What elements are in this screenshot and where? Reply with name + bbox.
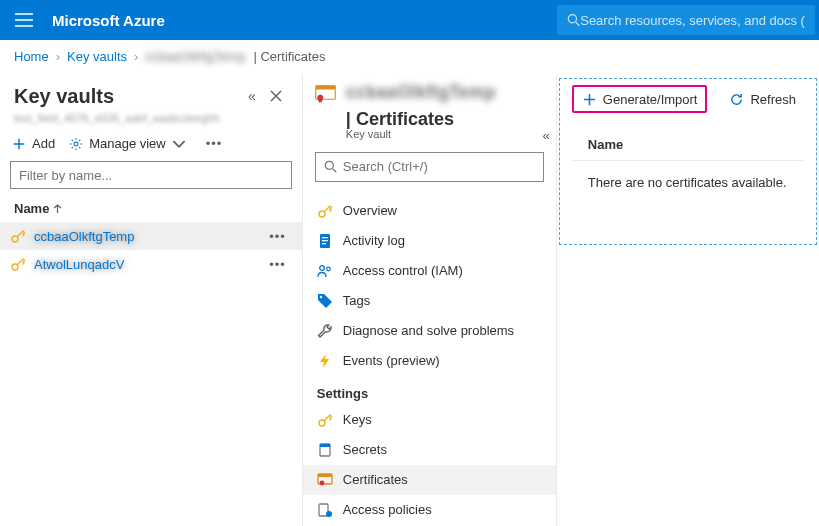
manage-view-button[interactable]: Manage view (69, 136, 186, 151)
key-icon (317, 203, 333, 219)
tag-icon (317, 293, 333, 309)
nav-access-policies[interactable]: Access policies (303, 495, 556, 525)
page-title-suffix: | Certificates (346, 109, 454, 130)
svg-rect-18 (320, 444, 330, 447)
breadcrumb: Home › Key vaults › ccbaaOlkftgTemp | Ce… (0, 40, 819, 74)
nav-events[interactable]: Events (preview) (303, 346, 556, 376)
nav-access-control[interactable]: Access control (IAM) (303, 256, 556, 286)
svg-point-21 (319, 480, 324, 485)
svg-point-23 (326, 511, 332, 517)
table-header-name: Name (572, 125, 804, 161)
key-icon (317, 412, 333, 428)
plus-icon (582, 92, 597, 107)
keyvaults-list-pane: Key vaults « text_field_4076_e026_aabf_a… (0, 74, 303, 526)
log-icon (317, 233, 333, 249)
nav-overview[interactable]: Overview (303, 196, 556, 226)
resource-name: ccbaaOlkftgTemp (346, 82, 496, 103)
svg-rect-5 (316, 86, 336, 90)
content-pane: Generate/Import Refresh Name There are n… (557, 74, 819, 526)
svg-rect-11 (322, 240, 328, 241)
hamburger-icon (15, 13, 33, 27)
nav-activity-log[interactable]: Activity log (303, 226, 556, 256)
svg-point-0 (568, 15, 576, 23)
plus-icon (12, 137, 26, 151)
policy-icon (317, 502, 333, 518)
generate-import-button[interactable]: Generate/Import (572, 85, 708, 113)
global-header: Microsoft Azure (0, 0, 819, 40)
nav-certificates[interactable]: Certificates (303, 465, 556, 495)
sort-asc-icon (53, 204, 62, 214)
collapse-nav-button[interactable]: « (543, 128, 550, 143)
wrench-icon (317, 323, 333, 339)
chevron-down-icon (172, 137, 186, 151)
nav-diagnose[interactable]: Diagnose and solve problems (303, 316, 556, 346)
svg-point-15 (320, 296, 322, 298)
nav-tags[interactable]: Tags (303, 286, 556, 316)
certificate-icon (315, 82, 336, 106)
refresh-icon (729, 92, 744, 107)
svg-point-13 (320, 265, 325, 270)
svg-point-6 (317, 95, 323, 101)
list-item-label: ccbaaOlkftgTemp (34, 229, 255, 244)
svg-rect-10 (322, 237, 328, 238)
add-button[interactable]: Add (12, 136, 55, 151)
collapse-pane-button[interactable]: « (240, 84, 264, 108)
gear-icon (69, 137, 83, 151)
key-icon (10, 228, 26, 244)
menu-search-input[interactable] (343, 159, 535, 174)
command-bar: Generate/Import Refresh (560, 79, 816, 119)
people-icon (317, 263, 333, 279)
more-button[interactable]: ••• (200, 136, 229, 151)
empty-state-text: There are no certificates available. (572, 161, 804, 204)
close-pane-button[interactable] (264, 84, 288, 108)
secret-icon (317, 442, 333, 458)
list-item[interactable]: AtwolLunqadcV ••• (0, 250, 302, 278)
svg-point-14 (327, 267, 331, 271)
svg-point-1 (74, 142, 78, 146)
resource-nav-pane: ccbaaOlkftgTemp | Certificates Key vault… (303, 74, 557, 526)
chevron-right-icon: › (56, 49, 60, 64)
global-search-input[interactable] (580, 13, 805, 28)
breadcrumb-keyvaults[interactable]: Key vaults (67, 49, 127, 64)
svg-rect-20 (318, 474, 332, 477)
global-search[interactable] (557, 5, 815, 35)
refresh-button[interactable]: Refresh (721, 85, 804, 113)
svg-point-7 (325, 162, 333, 170)
pane-subtext: text_field_4076_e026_aabf_aaabcdeeghh (0, 112, 302, 130)
list-item[interactable]: ccbaaOlkftgTemp ••• (0, 222, 302, 250)
nav-section-settings: Settings (303, 376, 556, 405)
search-icon (324, 160, 337, 173)
list-toolbar: Add Manage view ••• (0, 130, 302, 157)
svg-rect-12 (322, 243, 326, 244)
lightning-icon (317, 353, 333, 369)
hamburger-menu[interactable] (0, 0, 48, 40)
certificate-icon (317, 472, 333, 488)
row-more-button[interactable]: ••• (263, 229, 292, 244)
list-item-label: AtwolLunqadcV (34, 257, 255, 272)
nav-secrets[interactable]: Secrets (303, 435, 556, 465)
column-header-name[interactable]: Name (0, 193, 302, 222)
brand-label: Microsoft Azure (48, 12, 165, 29)
search-icon (567, 13, 580, 27)
highlighted-region: Generate/Import Refresh Name There are n… (559, 78, 817, 245)
pane-title: Key vaults (14, 85, 240, 108)
filter-input[interactable] (10, 161, 292, 189)
breadcrumb-resource[interactable]: ccbaaOlkftgTemp (145, 49, 245, 64)
key-icon (10, 256, 26, 272)
menu-search[interactable] (315, 152, 544, 182)
close-icon (270, 90, 282, 102)
row-more-button[interactable]: ••• (263, 257, 292, 272)
nav-keys[interactable]: Keys (303, 405, 556, 435)
chevron-right-icon: › (134, 49, 138, 64)
breadcrumb-home[interactable]: Home (14, 49, 49, 64)
breadcrumb-page: | Certificates (250, 49, 326, 64)
